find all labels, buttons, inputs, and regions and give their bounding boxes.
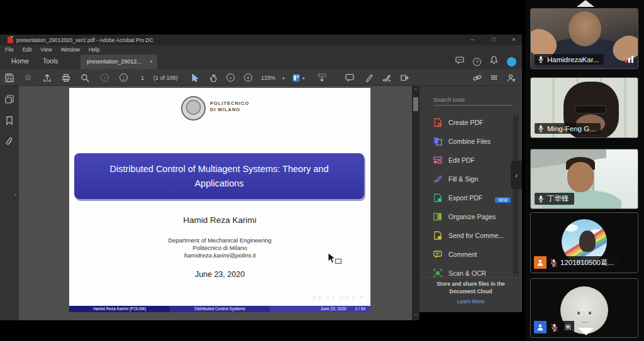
page-number-field[interactable]: 1 xyxy=(141,75,144,81)
tool-combine-files[interactable]: Combine Files xyxy=(433,135,491,148)
participant-label: 1201810500葛... xyxy=(534,256,619,269)
search-tools-input[interactable] xyxy=(433,95,513,106)
slide-footer-author: Hamid Reza Karimi (POLIMI) xyxy=(69,306,170,312)
slide-footer-page: 1 / 54 xyxy=(355,306,365,312)
video-tile-4[interactable]: 1201810500葛... xyxy=(530,212,638,273)
print-icon[interactable] xyxy=(62,73,70,82)
maximize-button[interactable]: □ xyxy=(486,35,502,45)
video-sidebar: HamidrezaKar... Ming-Feng G... xyxy=(525,0,644,341)
selection-widget-icon[interactable] xyxy=(318,73,326,82)
menu-window[interactable]: Window xyxy=(61,46,80,53)
menu-help[interactable]: Help xyxy=(89,46,99,53)
document-cloud-text-2: Document Cloud xyxy=(419,288,522,295)
participants-scroll-up-icon[interactable] xyxy=(577,0,594,7)
send-document-icon[interactable] xyxy=(400,73,409,82)
feedback-bubble-icon[interactable] xyxy=(455,56,464,67)
tab-home[interactable]: Home xyxy=(11,53,29,69)
select-tool-icon[interactable] xyxy=(191,73,199,82)
bell-icon[interactable] xyxy=(490,56,498,67)
document-cloud-text-1: Store and share files in the xyxy=(419,281,522,287)
menu-view[interactable]: View xyxy=(40,46,52,53)
tab-document[interactable]: presentation_29012... × xyxy=(80,55,157,69)
slide-title: Distributed Control of Multiagent System… xyxy=(93,162,345,191)
video-frame xyxy=(567,162,594,192)
next-page-icon[interactable]: ↓ xyxy=(119,73,128,82)
video-frame xyxy=(569,11,601,46)
account-avatar[interactable] xyxy=(507,57,516,67)
hand-tool-icon[interactable] xyxy=(209,73,218,82)
zoom-level-value[interactable]: 133% xyxy=(261,75,275,81)
window-titlebar: presentation_29012020_ver2.pdf - Adobe A… xyxy=(0,35,522,45)
menubar: File Edit View Window Help xyxy=(0,45,522,53)
participants-scroll-down-icon[interactable] xyxy=(578,328,594,335)
logo-line2: DI MILANO xyxy=(210,107,249,113)
host-badge-icon xyxy=(534,256,547,269)
menu-file[interactable]: File xyxy=(5,46,14,53)
search-icon[interactable] xyxy=(80,73,89,82)
email-icon[interactable]: ✉ xyxy=(491,73,499,82)
tools-panel: Create PDF Combine Files Edit PDF Fill &… xyxy=(419,86,522,320)
bookmarks-icon[interactable] xyxy=(5,116,14,125)
tool-create-pdf[interactable]: Create PDF xyxy=(433,116,483,129)
document-area[interactable]: POLITECNICO DI MILANO Distributed Contro… xyxy=(19,86,412,320)
tools-panel-scrollbar[interactable]: ⌃ ⌄ xyxy=(513,114,518,277)
tool-label: Fill & Sign xyxy=(448,175,478,183)
acrobat-window: presentation_29012020_ver2.pdf - Adobe A… xyxy=(0,35,522,320)
signal-strength-icon xyxy=(625,56,633,63)
link-icon[interactable] xyxy=(473,73,482,82)
page-display-icon[interactable] xyxy=(292,73,301,82)
tool-edit-pdf[interactable]: Edit PDF xyxy=(433,154,475,166)
slide-footer-title: Distributed Control Systems xyxy=(170,306,269,312)
collapse-left-pane-icon[interactable]: ‹ xyxy=(14,192,16,198)
video-tile-3[interactable]: 丁华锋 xyxy=(530,149,638,209)
tools-scroll-up-icon[interactable]: ⌃ xyxy=(513,114,518,119)
participant-label: Ming-Feng G... xyxy=(535,123,601,134)
tool-scan-ocr[interactable]: Scan & OCR xyxy=(433,267,486,277)
slide-affiliation-1: Department of Mechanical Engineering xyxy=(69,237,370,244)
scrollbar-thumb[interactable] xyxy=(413,97,418,111)
tools-scroll-down-icon[interactable]: ⌄ xyxy=(513,272,518,277)
video-tile-2[interactable]: Ming-Feng G... xyxy=(530,77,638,138)
screen: presentation_29012020_ver2.pdf - Adobe A… xyxy=(0,0,644,341)
window-content: ‹ POLITECNICO DI MILANO Distributed Cont… xyxy=(0,86,522,320)
document-scrollbar[interactable]: ⌃ ⌄ xyxy=(412,86,419,320)
zoom-out-icon[interactable]: − xyxy=(226,73,235,82)
zoom-in-icon[interactable]: + xyxy=(244,73,252,82)
minimize-button[interactable]: – xyxy=(464,35,480,45)
close-button[interactable]: × xyxy=(506,35,522,45)
comment-bubble-icon[interactable] xyxy=(345,73,354,82)
mic-on-icon xyxy=(538,195,544,203)
learn-more-link[interactable]: Learn More xyxy=(419,298,522,305)
video-tile-1[interactable]: HamidrezaKar... xyxy=(530,8,638,69)
tab-close-icon[interactable]: × xyxy=(150,55,153,69)
tool-comment[interactable]: Comment xyxy=(433,248,477,261)
scroll-up-icon[interactable]: ⌃ xyxy=(412,88,419,94)
page-thumbnails-icon[interactable] xyxy=(5,95,14,104)
page-display-caret-icon[interactable]: ▾ xyxy=(303,76,305,81)
tab-tools[interactable]: Tools xyxy=(43,53,58,69)
page-count-label: (1 of 108) xyxy=(153,75,178,81)
signature-icon[interactable] xyxy=(382,73,391,82)
panel-divider xyxy=(419,277,522,278)
help-icon[interactable]: ? xyxy=(473,58,481,66)
tools-list: Create PDF Combine Files Edit PDF Fill &… xyxy=(419,114,514,277)
polimi-logo-text: POLITECNICO DI MILANO xyxy=(210,100,249,113)
pencil-edit-icon[interactable] xyxy=(365,73,374,82)
menu-edit[interactable]: Edit xyxy=(23,46,32,53)
tool-export-pdf[interactable]: Export PDF xyxy=(433,192,482,204)
scroll-down-icon[interactable]: ⌄ xyxy=(412,311,419,317)
video-frame xyxy=(575,106,606,114)
attachments-icon[interactable] xyxy=(5,137,14,146)
tool-organize-pages[interactable]: Organize Pages xyxy=(433,210,496,223)
tool-fill-sign[interactable]: Fill & Sign xyxy=(433,173,478,185)
previous-page-icon[interactable]: ↑ xyxy=(101,73,109,82)
save-icon[interactable] xyxy=(5,73,14,82)
zoom-caret-icon[interactable]: ▾ xyxy=(282,76,285,81)
participant-label: HamidrezaKar... xyxy=(535,54,604,65)
tool-send-for-comments[interactable]: Send for Comme... xyxy=(433,229,504,242)
add-person-icon[interactable] xyxy=(507,73,516,82)
share-upload-icon[interactable] xyxy=(43,73,52,82)
slide-author: Hamid Reza Karimi xyxy=(69,215,370,225)
collapse-panel-tab[interactable]: › xyxy=(511,161,522,189)
star-favorites-icon[interactable]: ☆ xyxy=(24,73,33,82)
